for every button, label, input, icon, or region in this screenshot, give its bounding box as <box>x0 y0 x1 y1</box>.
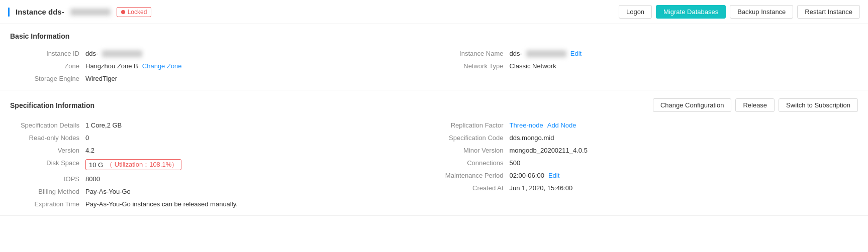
spec-code-row: Specification Code dds.mongo.mid <box>434 132 858 144</box>
logon-button[interactable]: Logon <box>619 5 652 19</box>
disk-space-label: Disk Space <box>10 159 85 167</box>
spec-details-row: Specification Details 1 Core,2 GB <box>10 119 434 132</box>
iops-row: IOPS 8000 <box>10 173 434 185</box>
basic-info-right: Instance Name dds- Edit Network Type Cla… <box>434 47 858 85</box>
maintenance-period-value: 02:00-06:00 Edit <box>510 172 858 179</box>
instance-id-value: dds- <box>85 50 434 57</box>
storage-engine-row: Storage Engine WiredTiger <box>10 72 434 85</box>
created-at-value: Jun 1, 2020, 15:46:00 <box>510 184 858 192</box>
billing-method-row: Billing Method Pay-As-You-Go <box>10 185 434 198</box>
spec-code-label: Specification Code <box>434 134 510 142</box>
spec-details-label: Specification Details <box>10 121 85 129</box>
add-node-link[interactable]: Add Node <box>547 121 576 129</box>
spec-details-value: 1 Core,2 GB <box>85 121 434 129</box>
maintenance-edit-link[interactable]: Edit <box>548 172 559 179</box>
basic-info-grid: Instance ID dds- Zone Hangzhou Zone B Ch… <box>10 47 858 85</box>
instance-name-label: Instance Name <box>434 50 510 57</box>
connections-label: Connections <box>434 159 510 167</box>
minor-version-value: mongodb_20200211_4.0.5 <box>510 147 858 154</box>
iops-label: IOPS <box>10 175 85 183</box>
instance-id-blurred-value <box>102 50 142 57</box>
zone-label: Zone <box>10 62 85 70</box>
restart-instance-button[interactable]: Restart Instance <box>797 5 860 19</box>
maintenance-period-row: Maintenance Period 02:00-06:00 Edit <box>434 169 858 182</box>
spec-code-value: dds.mongo.mid <box>510 134 858 142</box>
instance-name-value: dds- Edit <box>510 50 858 57</box>
backup-instance-button[interactable]: Backup Instance <box>730 5 793 19</box>
billing-method-value: Pay-As-You-Go <box>85 188 434 195</box>
spec-info-left: Specification Details 1 Core,2 GB Read-o… <box>10 119 434 210</box>
created-at-label: Created At <box>434 184 510 192</box>
created-at-row: Created At Jun 1, 2020, 15:46:00 <box>434 182 858 194</box>
locked-label: Locked <box>128 9 147 16</box>
utilization-value: 108.1% <box>149 161 171 168</box>
replication-factor-text[interactable]: Three-node <box>510 121 543 129</box>
expiration-label: Expiration Time <box>10 200 85 208</box>
disk-space-value: 10 G （ Utilization：108.1%） <box>85 159 434 170</box>
instance-name-text: dds- <box>510 50 522 57</box>
replication-factor-value: Three-node Add Node <box>510 121 858 129</box>
expiration-row: Expiration Time Pay-As-You-Go instances … <box>10 198 434 210</box>
spec-info-header: Specification Information Change Configu… <box>10 98 858 112</box>
spec-info-right: Replication Factor Three-node Add Node S… <box>434 119 858 210</box>
instance-id-row: Instance ID dds- <box>10 47 434 60</box>
version-value: 4.2 <box>85 147 434 154</box>
maintenance-period-label: Maintenance Period <box>434 172 510 179</box>
locked-badge: Locked <box>117 7 152 17</box>
change-configuration-button[interactable]: Change Configuration <box>653 98 731 112</box>
connections-value: 500 <box>510 159 858 167</box>
utilization-suffix: ） <box>171 161 178 168</box>
blue-bar-decoration <box>8 8 10 17</box>
expiration-value: Pay-As-You-Go instances can be released … <box>85 200 434 208</box>
instance-id-text: dds- <box>85 50 98 57</box>
minor-version-label: Minor Version <box>434 147 510 154</box>
network-type-value: Classic Network <box>510 62 858 70</box>
release-button[interactable]: Release <box>735 98 775 112</box>
instance-name-row: Instance Name dds- Edit <box>434 47 858 60</box>
billing-method-label: Billing Method <box>10 188 85 195</box>
spec-info-grid: Specification Details 1 Core,2 GB Read-o… <box>10 119 858 210</box>
header-actions: Logon Migrate Databases Backup Instance … <box>619 5 860 19</box>
spec-info-title: Specification Information <box>10 101 94 109</box>
instance-name-edit-link[interactable]: Edit <box>570 50 582 57</box>
iops-value: 8000 <box>85 175 434 183</box>
instance-name-blurred <box>526 50 566 57</box>
disk-space-text: 10 G <box>89 161 103 169</box>
network-type-label: Network Type <box>434 62 510 70</box>
readonly-nodes-value: 0 <box>85 134 434 142</box>
basic-info-left: Instance ID dds- Zone Hangzhou Zone B Ch… <box>10 47 434 85</box>
header-title-group: Instance dds- Locked <box>8 7 619 17</box>
minor-version-row: Minor Version mongodb_20200211_4.0.5 <box>434 144 858 157</box>
network-type-row: Network Type Classic Network <box>434 60 858 72</box>
header-bar: Instance dds- Locked Logon Migrate Datab… <box>0 0 868 24</box>
basic-info-header: Basic Information <box>10 32 858 40</box>
change-zone-link[interactable]: Change Zone <box>142 62 182 70</box>
zone-value: Hangzhou Zone B Change Zone <box>85 62 434 70</box>
utilization-warn-text: （ Utilization：108.1%） <box>106 160 178 169</box>
spec-information-section: Specification Information Change Configu… <box>0 90 868 216</box>
replication-factor-label: Replication Factor <box>434 121 510 129</box>
basic-information-section: Basic Information Instance ID dds- Zone … <box>0 24 868 90</box>
switch-to-subscription-button[interactable]: Switch to Subscription <box>779 98 858 112</box>
maintenance-period-text: 02:00-06:00 <box>510 172 544 179</box>
spec-actions: Change Configuration Release Switch to S… <box>653 98 858 112</box>
locked-dot-icon <box>121 10 125 14</box>
instance-id-blurred <box>70 9 111 16</box>
utilization-prefix: （ Utilization： <box>106 161 149 168</box>
connections-row: Connections 500 <box>434 157 858 169</box>
disk-space-row: Disk Space 10 G （ Utilization：108.1%） <box>10 157 434 173</box>
zone-text: Hangzhou Zone B <box>85 62 138 70</box>
basic-info-title: Basic Information <box>10 32 69 40</box>
readonly-nodes-row: Read-only Nodes 0 <box>10 132 434 144</box>
replication-factor-row: Replication Factor Three-node Add Node <box>434 119 858 132</box>
instance-title: Instance dds- <box>16 8 64 16</box>
zone-row: Zone Hangzhou Zone B Change Zone <box>10 60 434 72</box>
storage-engine-label: Storage Engine <box>10 75 85 82</box>
version-label: Version <box>10 147 85 154</box>
version-row: Version 4.2 <box>10 144 434 157</box>
readonly-nodes-label: Read-only Nodes <box>10 134 85 142</box>
migrate-databases-button[interactable]: Migrate Databases <box>656 5 726 19</box>
disk-highlight-box: 10 G （ Utilization：108.1%） <box>85 159 181 170</box>
instance-id-label: Instance ID <box>10 50 85 57</box>
storage-engine-value: WiredTiger <box>85 75 434 82</box>
